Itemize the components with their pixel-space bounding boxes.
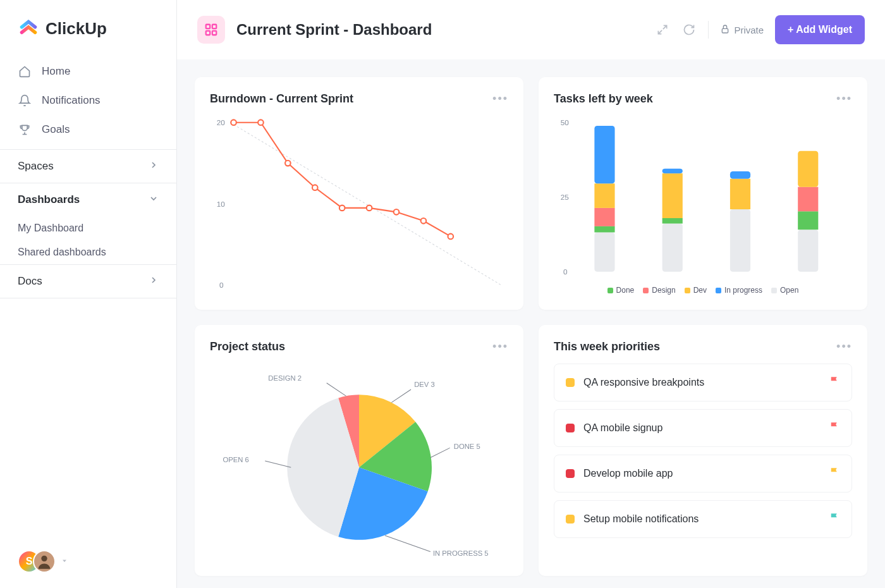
chevron-right-icon [149, 160, 159, 173]
more-icon[interactable]: ••• [492, 92, 508, 106]
svg-text:0: 0 [563, 267, 568, 276]
widget-project-status: Project status ••• DESIGN 2 [195, 325, 523, 576]
avatar [33, 550, 56, 573]
home-icon [18, 64, 32, 78]
more-icon[interactable]: ••• [492, 340, 508, 353]
tasks-week-chart: 50 25 0 [554, 116, 852, 278]
svg-point-14 [312, 185, 318, 190]
chevron-down-icon [61, 556, 68, 567]
sidebar-footer[interactable]: S [0, 535, 176, 588]
widget-grid: Burndown - Current Sprint ••• 20 10 0 Ta… [177, 59, 885, 588]
widget-title: Tasks left by week [554, 92, 653, 106]
more-icon[interactable]: ••• [836, 92, 852, 106]
widget-title: Project status [210, 340, 285, 353]
logo[interactable]: ClickUp [0, 0, 176, 52]
more-icon[interactable]: ••• [836, 340, 852, 353]
sidebar-item-notifications[interactable]: Notifications [0, 86, 176, 115]
svg-point-15 [339, 205, 345, 211]
svg-point-19 [448, 234, 454, 240]
svg-line-41 [430, 448, 450, 458]
widget-title: Burndown - Current Sprint [210, 92, 353, 106]
legend-design: Design [652, 286, 675, 295]
section-label: Dashboards [18, 193, 80, 206]
sidebar-item-home[interactable]: Home [0, 57, 176, 86]
header: Current Sprint - Dashboard Private + Add… [177, 0, 885, 59]
svg-rect-2 [206, 25, 210, 28]
privacy-indicator[interactable]: Private [720, 24, 764, 36]
sidebar: ClickUp Home Notifications Goals Spaces … [0, 0, 177, 588]
legend-done: Done [616, 286, 635, 295]
header-actions: Private + Add Widget [655, 15, 865, 44]
svg-point-12 [258, 119, 264, 125]
page-title: Current Sprint - Dashboard [236, 21, 432, 39]
sidebar-item-goals[interactable]: Goals [0, 115, 176, 144]
svg-rect-26 [594, 183, 614, 208]
svg-rect-25 [594, 208, 614, 226]
nav-primary: Home Notifications Goals [0, 52, 176, 149]
svg-point-11 [231, 119, 236, 125]
widget-burndown: Burndown - Current Sprint ••• 20 10 0 [195, 77, 523, 310]
flag-icon [829, 376, 840, 389]
status-badge [566, 424, 575, 432]
svg-text:10: 10 [217, 200, 226, 208]
svg-line-42 [385, 536, 430, 552]
pie-label-design: DESIGN 2 [268, 374, 302, 382]
refresh-icon[interactable] [681, 22, 697, 37]
flag-icon [829, 512, 840, 526]
expand-icon[interactable] [655, 22, 670, 37]
svg-text:20: 20 [217, 118, 226, 126]
trophy-icon [18, 123, 32, 137]
sidebar-item-my-dashboard[interactable]: My Dashboard [0, 216, 176, 240]
svg-rect-34 [730, 171, 750, 179]
task-label: QA responsive breakpoints [583, 377, 704, 388]
svg-rect-29 [662, 218, 683, 224]
section-label: Docs [18, 275, 42, 288]
add-widget-button[interactable]: + Add Widget [775, 15, 865, 44]
nav-label: Goals [42, 123, 70, 136]
pie-label-done: DONE 5 [454, 443, 480, 451]
flag-icon [829, 467, 840, 481]
svg-rect-37 [798, 187, 818, 212]
svg-marker-1 [63, 560, 66, 563]
clickup-logo-icon [18, 18, 39, 39]
task-label: QA mobile signup [583, 422, 662, 434]
svg-rect-24 [594, 226, 614, 233]
svg-line-40 [391, 389, 411, 403]
legend-dev: Dev [693, 286, 707, 295]
svg-rect-30 [662, 173, 683, 218]
svg-rect-33 [730, 179, 750, 209]
nav-label: Home [42, 65, 70, 78]
svg-rect-6 [723, 28, 728, 33]
widget-tasks-week: Tasks left by week ••• 50 25 0 [539, 77, 867, 310]
task-label: Setup mobile notifications [583, 513, 699, 525]
priority-item[interactable]: Setup mobile notifications [554, 500, 852, 538]
dashboards-toggle[interactable]: Dashboards [0, 183, 176, 216]
chart-legend: Done Design Dev In progress Open [554, 286, 852, 295]
sidebar-section-docs[interactable]: Docs [0, 264, 176, 298]
status-badge [566, 515, 575, 524]
svg-rect-36 [798, 211, 818, 230]
widget-title: This week priorities [554, 340, 660, 353]
priority-item[interactable]: QA responsive breakpoints [554, 364, 852, 401]
svg-rect-31 [662, 169, 683, 174]
sidebar-item-shared-dashboards[interactable]: Shared dashboards [0, 240, 176, 264]
legend-inprogress: In progress [724, 286, 762, 295]
svg-text:0: 0 [219, 281, 224, 289]
pie-label-open: OPEN 6 [223, 456, 249, 463]
privacy-label: Private [734, 25, 764, 35]
svg-rect-23 [594, 233, 614, 272]
status-badge [566, 378, 575, 387]
svg-point-16 [367, 205, 372, 211]
pie-label-inprogress: IN PROGRESS 5 [433, 549, 489, 557]
bell-icon [18, 94, 32, 107]
sidebar-section-spaces[interactable]: Spaces [0, 149, 176, 183]
svg-point-13 [285, 161, 291, 166]
svg-rect-27 [594, 126, 614, 183]
priority-item[interactable]: Develop mobile app [554, 455, 852, 493]
avatar-stack: S [18, 550, 56, 573]
task-label: Develop mobile app [583, 468, 673, 479]
svg-text:25: 25 [561, 193, 570, 201]
widget-priorities: This week priorities ••• QA responsive b… [539, 325, 867, 576]
priority-item[interactable]: QA mobile signup [554, 409, 852, 447]
main: Current Sprint - Dashboard Private + Add… [177, 0, 885, 588]
